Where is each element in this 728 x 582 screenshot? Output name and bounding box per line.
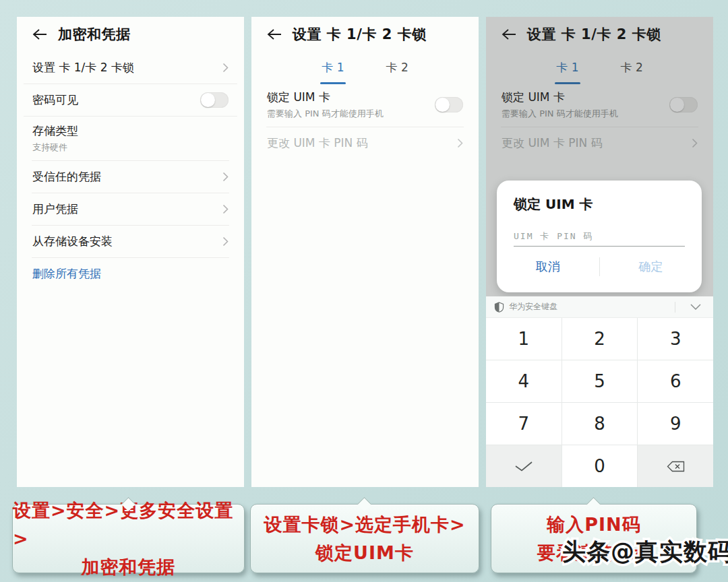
caption-step2: 设置卡锁>选定手机卡> 锁定UIM卡 [250, 504, 479, 573]
key-9[interactable]: 9 [638, 403, 713, 445]
key-1[interactable]: 1 [486, 318, 562, 360]
key-backspace[interactable] [638, 445, 713, 487]
row-user-credentials[interactable]: 用户凭据 [17, 193, 244, 225]
back-button[interactable] [267, 27, 284, 42]
caption-notch [357, 497, 371, 511]
tab-card2[interactable]: 卡 2 [384, 56, 411, 84]
watermark: 头条@真实数码 [562, 536, 728, 568]
row-lock-uim-card[interactable]: 锁定 UIM 卡 需要输入 PIN 码才能使用手机 [251, 84, 479, 127]
chevron-right-icon [222, 63, 229, 73]
key-0[interactable]: 0 [562, 445, 638, 487]
lock-uim-toggle[interactable] [435, 97, 463, 112]
keyboard-collapse-button[interactable] [686, 301, 705, 313]
row-password-visible[interactable]: 密码可见 [17, 84, 244, 116]
pin-input[interactable] [514, 227, 685, 247]
password-visible-toggle[interactable] [200, 92, 229, 108]
back-button[interactable] [32, 27, 50, 42]
chevron-right-icon [222, 204, 229, 214]
key-7[interactable]: 7 [486, 403, 562, 445]
lock-uim-dialog: 锁定 UIM 卡 取消 确定 [497, 181, 702, 292]
screen-card-lock: 设置 卡 1/卡 2 卡锁 卡 1 卡 2 锁定 UIM 卡 需要输入 PIN … [251, 17, 479, 487]
key-2[interactable]: 2 [562, 318, 638, 360]
cancel-button[interactable]: 取消 [497, 251, 599, 283]
caption-notch [586, 497, 601, 511]
row-delete-all-credentials[interactable]: 删除所有凭据 [17, 258, 244, 290]
tab-card1[interactable]: 卡 1 [319, 56, 346, 84]
keyboard-provider-label: 华为安全键盘 [509, 301, 675, 313]
titlebar: 设置 卡 1/卡 2 卡锁 [251, 17, 479, 52]
check-icon [515, 461, 533, 472]
secure-keyboard: 华为安全键盘 1 2 3 4 5 6 7 8 9 0 [486, 296, 713, 487]
key-3[interactable]: 3 [638, 318, 713, 360]
dialog-buttons: 取消 确定 [497, 251, 702, 283]
screen-encryption-credentials: 加密和凭据 设置 卡 1/卡 2 卡锁 密码可见 存储类型 支持硬件 受信任的凭… [17, 17, 244, 487]
toggle-knob [201, 93, 215, 107]
chevron-down-icon [690, 304, 701, 310]
back-arrow-icon [267, 28, 282, 40]
row-storage-type: 存储类型 支持硬件 [17, 117, 244, 160]
row-install-from-storage[interactable]: 从存储设备安装 [17, 226, 244, 257]
sim-tabs: 卡 1 卡 2 [251, 56, 479, 84]
key-5[interactable]: 5 [562, 360, 638, 402]
caption-step1: 设置>安全>更多安全设置> 加密和凭据 [12, 504, 245, 573]
key-4[interactable]: 4 [486, 360, 562, 402]
confirm-button[interactable]: 确定 [600, 251, 702, 283]
header-divider [675, 302, 675, 313]
chevron-right-icon [457, 138, 463, 148]
shield-icon [494, 302, 504, 313]
backspace-icon [667, 461, 685, 472]
key-6[interactable]: 6 [638, 360, 713, 402]
row-trusted-credentials[interactable]: 受信任的凭据 [17, 161, 244, 193]
row-change-pin: 更改 UIM 卡 PIN 码 [251, 127, 479, 159]
screen-card-lock-dialog: 设置 卡 1/卡 2 卡锁 卡 1 卡 2 锁定 UIM 卡 需要输入 PIN … [486, 17, 713, 487]
key-8[interactable]: 8 [562, 403, 638, 445]
key-confirm[interactable] [486, 445, 562, 487]
back-arrow-icon [32, 28, 47, 40]
keypad: 1 2 3 4 5 6 7 8 9 0 [486, 318, 713, 487]
chevron-right-icon [222, 172, 229, 182]
toggle-knob [435, 98, 450, 112]
page-title: 加密和凭据 [58, 25, 131, 44]
page: 加密和凭据 设置 卡 1/卡 2 卡锁 密码可见 存储类型 支持硬件 受信任的凭… [0, 0, 728, 582]
dialog-title: 锁定 UIM 卡 [497, 181, 702, 214]
titlebar: 加密和凭据 [17, 17, 244, 52]
chevron-right-icon [222, 236, 229, 247]
page-title: 设置 卡 1/卡 2 卡锁 [293, 25, 427, 44]
row-set-card-lock[interactable]: 设置 卡 1/卡 2 卡锁 [17, 52, 244, 84]
keyboard-header: 华为安全键盘 [486, 296, 713, 318]
